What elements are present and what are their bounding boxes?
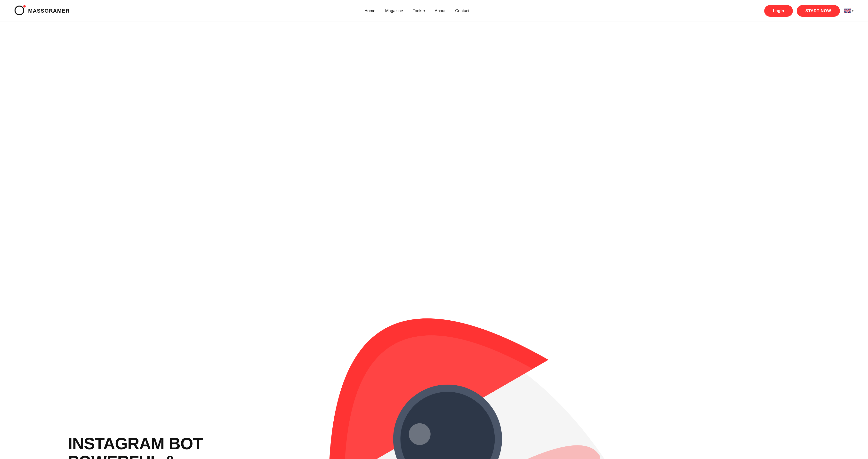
hero-content: INSTAGRAM BOT POWERFUL & EFFICIENT Growi…: [68, 434, 203, 459]
nav-magazine[interactable]: Magazine: [385, 8, 403, 13]
hero-section: INSTAGRAM BOT POWERFUL & EFFICIENT Growi…: [0, 22, 868, 459]
login-button[interactable]: Login: [764, 5, 793, 17]
language-selector[interactable]: ▾: [844, 8, 854, 13]
logo-dot: [23, 5, 26, 7]
rocket-illustration: [203, 41, 819, 459]
nav-home[interactable]: Home: [364, 8, 375, 13]
nav-actions: Login START NOW ▾: [764, 5, 854, 17]
nav-links: Home Magazine Tools ▾ About Contact: [364, 8, 469, 13]
tools-dropdown-icon: ▾: [424, 9, 425, 12]
navbar: MASSGRAMER Home Magazine Tools ▾ About C…: [0, 0, 868, 22]
lang-chevron-icon: ▾: [852, 9, 854, 12]
logo-icon: [14, 6, 25, 16]
hero-illustration: [203, 41, 819, 459]
nav-tools[interactable]: Tools ▾: [413, 8, 425, 13]
logo-text: MASSGRAMER: [28, 8, 70, 14]
nav-start-now-button[interactable]: START NOW: [797, 5, 840, 17]
nav-contact[interactable]: Contact: [455, 8, 469, 13]
logo[interactable]: MASSGRAMER: [14, 6, 70, 16]
hero-title: INSTAGRAM BOT POWERFUL & EFFICIENT: [68, 434, 203, 459]
nav-about[interactable]: About: [435, 8, 445, 13]
flag-icon: [844, 8, 850, 13]
logo-circle: [14, 6, 24, 15]
